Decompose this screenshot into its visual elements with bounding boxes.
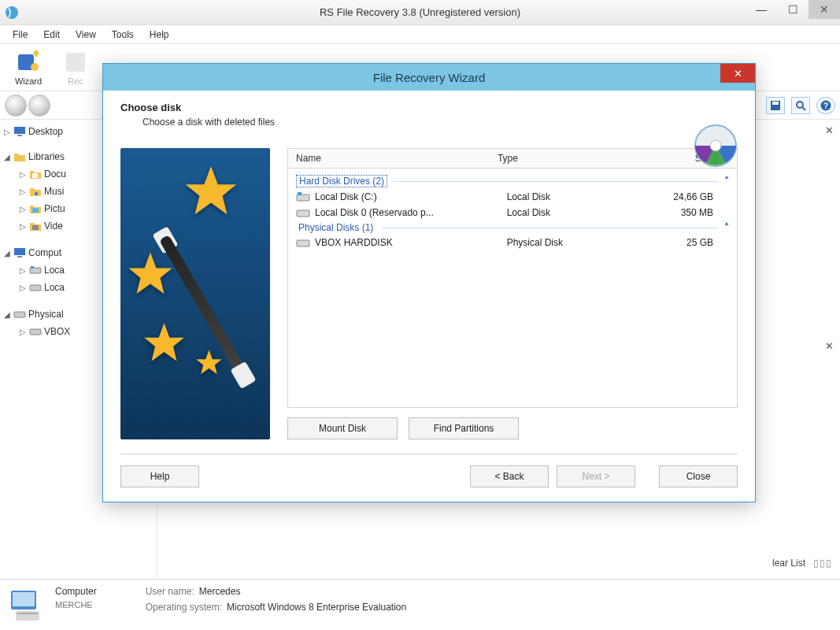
mount-disk-button[interactable]: Mount Disk: [287, 417, 398, 439]
disk-name: Local Disk 0 (Reservado p...: [315, 207, 507, 218]
wizard-back-button[interactable]: < Back: [470, 465, 549, 487]
disk-size: 25 GB: [625, 237, 729, 248]
wizard-dialog: File Recovery Wizard ✕ Choose disk Choos…: [102, 63, 756, 502]
svg-rect-36: [297, 210, 309, 217]
chevron-up-icon: ˄: [724, 222, 729, 233]
svg-marker-30: [186, 166, 236, 214]
drive-icon: [296, 207, 310, 218]
drive-icon: [296, 237, 310, 248]
wizard-titlebar: File Recovery Wizard ✕: [103, 64, 755, 91]
disk-name: Local Disk (C:): [315, 191, 507, 202]
modal-overlay: File Recovery Wizard ✕ Choose disk Choos…: [0, 0, 840, 630]
group-label: Hard Disk Drives (2): [296, 175, 387, 187]
disk-type: Local Disk: [507, 191, 625, 202]
wizard-close-button-footer[interactable]: Close: [659, 465, 738, 487]
disk-size: 24,66 GB: [625, 191, 729, 202]
wizard-help-button[interactable]: Help: [120, 465, 199, 487]
group-label: Physical Disks (1): [296, 222, 376, 233]
wizard-title: File Recovery Wizard: [103, 71, 755, 84]
wizard-subheading: Choose a disk with deleted files: [142, 117, 738, 128]
svg-point-29: [710, 140, 721, 151]
divider: [382, 228, 718, 228]
chevron-up-icon: ˄: [724, 176, 729, 187]
wizard-disk-list: Name Type Size Hard Disk Drives (2) ˄ Lo…: [287, 148, 738, 439]
drive-icon: [296, 191, 310, 202]
disk-size: 350 MB: [625, 207, 729, 218]
disk-type: Physical Disk: [507, 237, 625, 248]
svg-rect-34: [297, 195, 309, 201]
table-header: Name Type Size: [287, 148, 738, 169]
svg-rect-35: [298, 192, 302, 195]
disk-type: Local Disk: [507, 207, 625, 218]
disc-icon: [694, 124, 738, 168]
svg-rect-37: [297, 240, 309, 246]
wizard-next-button[interactable]: Next >: [557, 465, 635, 487]
find-partitions-button[interactable]: Find Partitions: [409, 417, 519, 439]
disk-row-local-c[interactable]: Local Disk (C:) Local Disk 24,66 GB: [288, 189, 737, 205]
group-physical-disks[interactable]: Physical Disks (1) ˄: [288, 220, 737, 235]
disk-name: VBOX HARDDISK: [315, 237, 507, 248]
divider: [120, 454, 738, 454]
col-type[interactable]: Type: [490, 149, 620, 168]
group-hard-disks[interactable]: Hard Disk Drives (2) ˄: [288, 173, 737, 189]
disk-row-vbox[interactable]: VBOX HARDDISK Physical Disk 25 GB: [288, 235, 737, 250]
disk-row-local-0[interactable]: Local Disk 0 (Reservado p... Local Disk …: [288, 205, 737, 220]
divider: [394, 181, 718, 182]
wizard-heading: Choose disk: [120, 102, 738, 113]
col-name[interactable]: Name: [288, 149, 490, 168]
wizard-image: [120, 148, 270, 439]
wizard-close-button[interactable]: ✕: [720, 64, 755, 83]
